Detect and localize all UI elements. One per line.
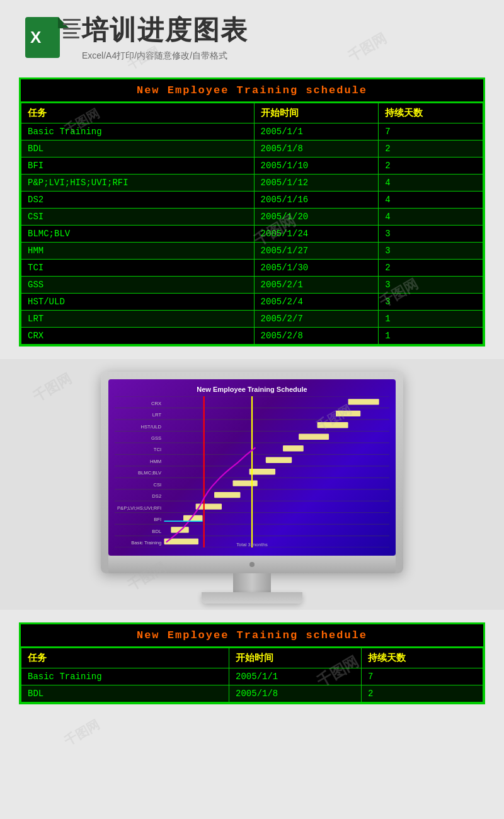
bottom-table-section: New Employee Training schedule 任务 开始时间 持… xyxy=(19,622,485,704)
bottom-table-cell-task: Basic Training xyxy=(21,668,229,685)
bottom-table-title-row: New Employee Training schedule xyxy=(21,624,483,648)
svg-text:CSI: CSI xyxy=(153,482,161,488)
table-cell-days: 1 xyxy=(379,328,483,345)
svg-text:DS2: DS2 xyxy=(152,493,161,499)
table-cell-days: 2 xyxy=(379,140,483,158)
table-row: Basic Training2005/1/17 xyxy=(21,668,483,685)
table-cell-task: BLMC;BLV xyxy=(21,226,255,243)
table-cell-days: 7 xyxy=(379,123,483,140)
table-cell-task: CRX xyxy=(21,328,255,345)
svg-text:P&P;LVI;HS;UVI;RFI: P&P;LVI;HS;UVI;RFI xyxy=(117,505,161,511)
table-cell-days: 3 xyxy=(379,277,483,294)
table-cell-task: Basic Training xyxy=(21,123,255,140)
table-cell-days: 4 xyxy=(379,175,483,192)
table-row: BDL2005/1/82 xyxy=(21,140,483,158)
table-cell-task: BDL xyxy=(21,140,255,158)
table-cell-start: 2005/1/1 xyxy=(254,123,379,140)
table-cell-task: DS2 xyxy=(21,192,255,209)
table-cell-task: P&P;LVI;HIS;UVI;RFI xyxy=(21,175,255,192)
excel-icon: X xyxy=(25,14,69,61)
table-row: Basic Training2005/1/17 xyxy=(21,123,483,140)
svg-rect-38 xyxy=(171,527,188,532)
bottom-table-cell-start: 2005/1/1 xyxy=(229,668,362,685)
svg-text:BLMC;BLV: BLMC;BLV xyxy=(138,471,161,476)
table-cell-start: 2005/1/8 xyxy=(254,140,379,158)
chart-area: CRX LRT HST/ULD GSS TCI HMM BLMC;BLV CSI… xyxy=(115,396,389,547)
svg-rect-27 xyxy=(348,399,379,404)
table-row: HST/ULD2005/2/43 xyxy=(21,294,483,311)
svg-text:CRX: CRX xyxy=(151,401,161,406)
bottom-table-cell-days: 7 xyxy=(362,668,483,685)
svg-rect-34 xyxy=(232,480,257,486)
table-row: P&P;LVI;HIS;UVI;RFI2005/1/124 xyxy=(21,175,483,192)
table-cell-start: 2005/1/12 xyxy=(254,175,379,192)
col-header-start: 开始时间 xyxy=(254,103,379,123)
table-row: BLMC;BLV2005/1/243 xyxy=(21,226,483,243)
table-row: BDL2005/1/82 xyxy=(21,685,483,702)
table-cell-start: 2005/1/30 xyxy=(254,260,379,277)
table-cell-task: TCI xyxy=(21,260,255,277)
table-cell-task: BFI xyxy=(21,158,255,175)
table-cell-days: 2 xyxy=(379,260,483,277)
excel-line-4 xyxy=(63,32,77,34)
svg-text:BFI: BFI xyxy=(154,517,161,522)
bottom-table-title: New Employee Training schedule xyxy=(137,629,367,641)
table-cell-task: HMM xyxy=(21,243,255,260)
monitor-outer: New Employee Training Schedule xyxy=(101,372,403,573)
page-title: 培训进度图表 xyxy=(82,13,248,48)
table-cell-start: 2005/1/16 xyxy=(254,192,379,209)
table-cell-days: 4 xyxy=(379,192,483,209)
table-row: CRX2005/2/81 xyxy=(21,328,483,345)
bottom-col-header-days: 持续天数 xyxy=(362,648,483,668)
table-row: DS22005/1/164 xyxy=(21,192,483,209)
table-title-row: New Employee Training schedule xyxy=(21,79,483,103)
table-cell-task: GSS xyxy=(21,277,255,294)
table-cell-days: 4 xyxy=(379,209,483,226)
table-row: HMM2005/1/273 xyxy=(21,243,483,260)
svg-text:LRT: LRT xyxy=(152,412,162,418)
table-title: New Employee Training schedule xyxy=(137,84,367,96)
table-cell-days: 3 xyxy=(379,226,483,243)
svg-rect-35 xyxy=(214,492,240,498)
svg-text:HMM: HMM xyxy=(150,459,161,464)
table-cell-days: 1 xyxy=(379,311,483,328)
table-cell-start: 2005/2/8 xyxy=(254,328,379,345)
table-cell-start: 2005/1/20 xyxy=(254,209,379,226)
table-cell-start: 2005/1/24 xyxy=(254,226,379,243)
excel-icon-lines xyxy=(63,19,81,38)
svg-text:Basic Training: Basic Training xyxy=(131,540,161,546)
excel-line-3 xyxy=(63,28,81,30)
table-cell-start: 2005/1/10 xyxy=(254,158,379,175)
svg-text:HST/ULD: HST/ULD xyxy=(141,424,162,430)
svg-rect-31 xyxy=(283,445,304,451)
col-header-task: 任务 xyxy=(21,103,255,123)
svg-rect-29 xyxy=(318,422,348,428)
table-cell-start: 2005/2/1 xyxy=(254,277,379,294)
monitor-section: New Employee Training Schedule xyxy=(0,359,504,610)
monitor-stand-base xyxy=(202,592,302,604)
table-cell-days: 2 xyxy=(379,158,483,175)
svg-rect-33 xyxy=(249,469,275,474)
table-row: GSS2005/2/13 xyxy=(21,277,483,294)
bottom-col-header-start: 开始时间 xyxy=(229,648,362,668)
table-row: CSI2005/1/204 xyxy=(21,209,483,226)
excel-line-5 xyxy=(63,37,79,38)
table-row: LRT2005/2/71 xyxy=(21,311,483,328)
monitor-power-button xyxy=(249,562,255,567)
monitor-wrapper: New Employee Training Schedule xyxy=(101,372,403,604)
svg-rect-30 xyxy=(299,434,329,440)
col-header-days: 持续天数 xyxy=(379,103,483,123)
training-table: 任务 开始时间 持续天数 Basic Training2005/1/17BDL2… xyxy=(21,103,483,345)
gantt-svg: CRX LRT HST/ULD GSS TCI HMM BLMC;BLV CSI… xyxy=(115,396,389,547)
svg-text:Total 3 months: Total 3 months xyxy=(236,542,268,547)
svg-text:BDL: BDL xyxy=(152,529,161,534)
header-text-block: 培训进度图表 Excel/A4打印/内容随意修改/自带格式 xyxy=(82,13,248,62)
svg-text:GSS: GSS xyxy=(151,435,161,441)
bottom-table-cell-start: 2005/1/8 xyxy=(229,685,362,702)
monitor-stand-neck xyxy=(233,573,271,592)
table-cell-start: 2005/2/4 xyxy=(254,294,379,311)
excel-line-1 xyxy=(63,19,81,21)
bottom-training-table: 任务 开始时间 持续天数 Basic Training2005/1/17BDL2… xyxy=(21,648,483,702)
table-cell-task: CSI xyxy=(21,209,255,226)
header-section: X 培训进度图表 Excel/A4打印/内容随意修改/自带格式 xyxy=(0,0,504,71)
